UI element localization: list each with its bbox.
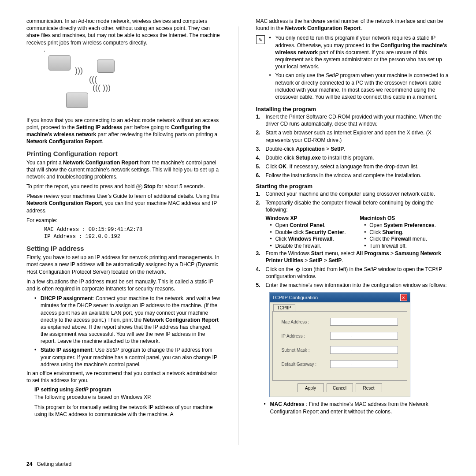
install-step-4: Double-click Setup.exe to install this p… xyxy=(256,154,450,161)
mac-address-example: MAC Address : 00:15:99:41:A2:78 xyxy=(44,227,220,234)
stop-icon: ◎ xyxy=(136,184,142,190)
heading-ip-setup: IP setting using SetIP program xyxy=(34,387,220,393)
mac-input[interactable] xyxy=(330,318,398,326)
start-steps-cont: From the Windows Start menu, select All … xyxy=(256,250,450,289)
install-step-1: Insert the Printer Software CD-ROM provi… xyxy=(256,113,450,127)
ip-address-example: IP Address : 192.0.0.192 xyxy=(44,234,220,241)
install-steps: Insert the Printer Software CD-ROM provi… xyxy=(256,113,450,179)
mac-label: Mac Address : xyxy=(282,320,330,324)
cancel-button[interactable]: Cancel xyxy=(327,383,353,392)
ip-p2: This program is for manually setting the… xyxy=(34,404,220,418)
start-step-1: Connect your machine and the computer us… xyxy=(256,190,450,197)
start-step-2: Temporarily disable the computer firewal… xyxy=(256,199,450,213)
mac-header: Macintosh OS xyxy=(360,215,450,221)
setip-p1: Firstly, you have to set up an IP addres… xyxy=(26,254,220,275)
intro-paragraph: communication. In an Ad-hoc mode network… xyxy=(26,18,220,46)
static-bullet: Static IP assignment: Use SetIP program … xyxy=(34,346,220,368)
start-step-3: From the Windows Start menu, select All … xyxy=(256,250,450,264)
print-p2: To print the report, you need to press a… xyxy=(26,183,220,190)
column-divider xyxy=(238,26,238,445)
ip-label: IP Address : xyxy=(282,334,330,338)
window-title: TCP/IP Configuration xyxy=(272,295,318,300)
mac-address-paragraph: MAC address is the hardware serial numbe… xyxy=(256,18,450,32)
gear-icon: ✿ xyxy=(295,267,301,273)
install-step-6: Follow the instructions in the window an… xyxy=(256,172,450,179)
heading-starting: Starting the program xyxy=(256,183,450,190)
mac-address-bullet: MAC Address : Find the machine's MAC add… xyxy=(264,401,450,415)
install-step-3: Double-click Application > SetIP. xyxy=(256,145,450,152)
right-column: MAC address is the hardware serial numbe… xyxy=(256,18,450,445)
heading-setting-ip: Setting IP address xyxy=(26,245,220,252)
dhcp-bullet: DHCP IP assignment: Connect your machine… xyxy=(34,295,220,345)
start-step-4: Click on the ✿ icon (third from left) in… xyxy=(256,266,450,280)
install-step-2: Start a web browser such as Internet Exp… xyxy=(256,129,450,143)
page-footer: 24 _Getting started xyxy=(26,461,71,467)
reset-button[interactable]: Reset xyxy=(356,383,382,392)
tcpip-config-window: TCP/IP Configuration × TCP/IP Mac Addres… xyxy=(269,292,410,397)
adhoc-network-illustration: ))) ((( ((( ))) xyxy=(44,51,123,112)
gateway-input[interactable] xyxy=(330,360,398,368)
subnet-label: Subnet Mask : xyxy=(282,348,330,353)
note-box: ✎ You only need to run this program if y… xyxy=(256,34,450,102)
ip-input[interactable] xyxy=(330,332,398,340)
ip-p1: The following procedure is based on Wind… xyxy=(34,394,220,401)
subnet-input[interactable] xyxy=(330,346,398,354)
heading-installing: Installing the program xyxy=(256,106,450,112)
start-step-5: Enter the machine's new information into… xyxy=(256,282,450,289)
tcpip-tab[interactable]: TCP/IP xyxy=(273,304,295,311)
heading-printing-config: Printing Configuration report xyxy=(26,150,220,157)
install-step-5: Click OK. If necessary, select a languag… xyxy=(256,163,450,170)
gateway-label: Default Gateway : xyxy=(282,362,330,367)
close-icon[interactable]: × xyxy=(400,294,407,301)
start-steps: Connect your machine and the computer us… xyxy=(256,190,450,214)
after-image-paragraph: If you know that you are connecting to a… xyxy=(26,117,220,145)
left-column: communication. In an Ad-hoc mode network… xyxy=(26,18,220,445)
firewall-instructions: Windows XP Open Control Panel. Double cl… xyxy=(256,215,450,249)
office-paragraph: In an office environment, we recommend t… xyxy=(26,370,220,384)
note-bullet-1: You only need to run this program if you… xyxy=(269,34,450,70)
example-label: For example: xyxy=(26,217,220,224)
apply-button[interactable]: Apply xyxy=(298,383,324,392)
window-titlebar: TCP/IP Configuration × xyxy=(270,293,410,302)
ip-assignment-list: DHCP IP assignment: Connect your machine… xyxy=(26,295,220,368)
note-bullet-2: You can only use the SetIP program when … xyxy=(269,72,450,100)
setip-p2: In a few situations the IP address must … xyxy=(26,278,220,292)
print-p3: Please review your machines User's Guide… xyxy=(26,193,220,214)
print-p1: You can print a Network Configuration Re… xyxy=(26,159,220,181)
windows-header: Windows XP xyxy=(266,215,356,221)
note-icon: ✎ xyxy=(256,35,265,44)
